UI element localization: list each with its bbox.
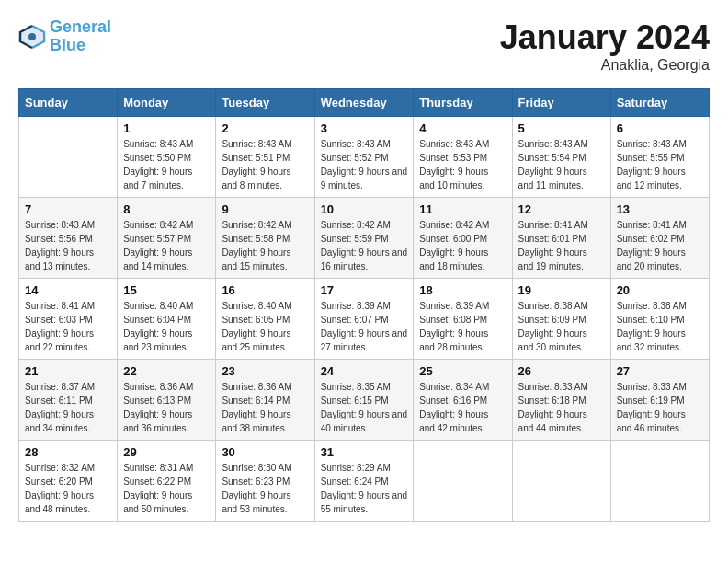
day-number: 8 — [123, 202, 210, 216]
day-number: 11 — [419, 202, 506, 216]
day-number: 5 — [518, 121, 605, 135]
day-number: 26 — [518, 364, 605, 378]
day-cell: 16 Sunrise: 8:40 AM Sunset: 6:05 PM Dayl… — [216, 279, 314, 360]
sunrise-text: Sunrise: 8:37 AM — [25, 380, 111, 394]
sunrise-text: Sunrise: 8:35 AM — [321, 380, 408, 394]
day-info: Sunrise: 8:40 AM Sunset: 6:04 PM Dayligh… — [123, 299, 210, 354]
sunrise-text: Sunrise: 8:41 AM — [617, 218, 703, 232]
sunset-text: Sunset: 6:23 PM — [222, 475, 308, 488]
sunset-text: Sunset: 6:10 PM — [617, 313, 703, 327]
page-header: General Blue January 2024 Anaklia, Georg… — [18, 18, 710, 74]
sunrise-text: Sunrise: 8:43 AM — [518, 137, 605, 151]
day-cell: 21 Sunrise: 8:37 AM Sunset: 6:11 PM Dayl… — [19, 360, 118, 441]
daylight-text: Daylight: 9 hours and 14 minutes. — [123, 246, 210, 273]
day-cell: 8 Sunrise: 8:42 AM Sunset: 5:57 PM Dayli… — [118, 198, 216, 279]
sunset-text: Sunset: 5:57 PM — [123, 232, 210, 246]
day-cell — [414, 441, 512, 522]
sunrise-text: Sunrise: 8:42 AM — [222, 218, 308, 232]
day-info: Sunrise: 8:42 AM Sunset: 5:58 PM Dayligh… — [222, 218, 308, 273]
day-cell — [610, 441, 709, 522]
sunrise-text: Sunrise: 8:33 AM — [617, 380, 703, 394]
day-number: 21 — [25, 364, 111, 378]
sunrise-text: Sunrise: 8:41 AM — [518, 218, 605, 232]
day-info: Sunrise: 8:43 AM Sunset: 5:56 PM Dayligh… — [25, 218, 111, 273]
sunrise-text: Sunrise: 8:39 AM — [419, 299, 506, 313]
day-info: Sunrise: 8:43 AM Sunset: 5:51 PM Dayligh… — [222, 137, 308, 192]
sunset-text: Sunset: 5:56 PM — [25, 232, 111, 246]
day-number: 23 — [222, 364, 308, 378]
day-info: Sunrise: 8:41 AM Sunset: 6:02 PM Dayligh… — [617, 218, 703, 273]
sunrise-text: Sunrise: 8:43 AM — [617, 137, 703, 151]
day-cell: 26 Sunrise: 8:33 AM Sunset: 6:18 PM Dayl… — [512, 360, 610, 441]
day-cell: 20 Sunrise: 8:38 AM Sunset: 6:10 PM Dayl… — [610, 279, 709, 360]
daylight-text: Daylight: 9 hours and 18 minutes. — [419, 246, 506, 273]
sunset-text: Sunset: 6:11 PM — [25, 394, 111, 408]
day-info: Sunrise: 8:34 AM Sunset: 6:16 PM Dayligh… — [419, 380, 506, 435]
daylight-text: Daylight: 9 hours and 16 minutes. — [321, 246, 408, 273]
day-number: 15 — [123, 283, 210, 297]
daylight-text: Daylight: 9 hours and 38 minutes. — [222, 408, 308, 435]
col-sunday: Sunday — [19, 89, 118, 117]
daylight-text: Daylight: 9 hours and 50 minutes. — [123, 488, 210, 516]
day-info: Sunrise: 8:36 AM Sunset: 6:13 PM Dayligh… — [123, 380, 210, 435]
sunrise-text: Sunrise: 8:36 AM — [123, 380, 210, 394]
sunset-text: Sunset: 5:53 PM — [419, 151, 506, 165]
daylight-text: Daylight: 9 hours and 10 minutes. — [419, 165, 506, 192]
col-thursday: Thursday — [414, 89, 512, 117]
day-info: Sunrise: 8:42 AM Sunset: 5:59 PM Dayligh… — [321, 218, 408, 273]
day-number: 7 — [25, 202, 111, 216]
sunset-text: Sunset: 6:16 PM — [419, 394, 506, 408]
sunset-text: Sunset: 6:02 PM — [617, 232, 703, 246]
sunrise-text: Sunrise: 8:43 AM — [419, 137, 506, 151]
sunrise-text: Sunrise: 8:36 AM — [222, 380, 308, 394]
daylight-text: Daylight: 9 hours and 48 minutes. — [25, 488, 111, 516]
sunset-text: Sunset: 5:51 PM — [222, 151, 308, 165]
sunrise-text: Sunrise: 8:41 AM — [25, 299, 111, 313]
day-cell: 15 Sunrise: 8:40 AM Sunset: 6:04 PM Dayl… — [118, 279, 216, 360]
logo-icon — [18, 23, 46, 51]
sunset-text: Sunset: 6:24 PM — [321, 475, 408, 488]
day-info: Sunrise: 8:43 AM Sunset: 5:54 PM Dayligh… — [518, 137, 605, 192]
day-number: 17 — [321, 283, 408, 297]
sunrise-text: Sunrise: 8:38 AM — [518, 299, 605, 313]
day-cell: 24 Sunrise: 8:35 AM Sunset: 6:15 PM Dayl… — [314, 360, 414, 441]
day-number: 10 — [321, 202, 408, 216]
day-cell: 23 Sunrise: 8:36 AM Sunset: 6:14 PM Dayl… — [216, 360, 314, 441]
daylight-text: Daylight: 9 hours and 53 minutes. — [222, 488, 308, 516]
day-info: Sunrise: 8:42 AM Sunset: 6:00 PM Dayligh… — [419, 218, 506, 273]
sunset-text: Sunset: 6:03 PM — [25, 313, 111, 327]
day-info: Sunrise: 8:30 AM Sunset: 6:23 PM Dayligh… — [222, 461, 308, 516]
day-number: 13 — [617, 202, 703, 216]
week-row-2: 14 Sunrise: 8:41 AM Sunset: 6:03 PM Dayl… — [19, 279, 710, 360]
day-number: 6 — [617, 121, 703, 135]
sunrise-text: Sunrise: 8:29 AM — [321, 461, 408, 475]
sunset-text: Sunset: 6:05 PM — [222, 313, 308, 327]
sunrise-text: Sunrise: 8:32 AM — [25, 461, 111, 475]
day-info: Sunrise: 8:43 AM Sunset: 5:52 PM Dayligh… — [321, 137, 408, 192]
sunrise-text: Sunrise: 8:43 AM — [321, 137, 408, 151]
sunset-text: Sunset: 6:01 PM — [518, 232, 605, 246]
daylight-text: Daylight: 9 hours and 23 minutes. — [123, 327, 210, 354]
title-block: January 2024 Anaklia, Georgia — [500, 18, 710, 74]
daylight-text: Daylight: 9 hours and 15 minutes. — [222, 246, 308, 273]
sunset-text: Sunset: 6:08 PM — [419, 313, 506, 327]
day-info: Sunrise: 8:38 AM Sunset: 6:09 PM Dayligh… — [518, 299, 605, 354]
col-saturday: Saturday — [610, 89, 709, 117]
sunset-text: Sunset: 5:54 PM — [518, 151, 605, 165]
daylight-text: Daylight: 9 hours and 20 minutes. — [617, 246, 703, 273]
sunset-text: Sunset: 6:13 PM — [123, 394, 210, 408]
day-number: 27 — [617, 364, 703, 378]
day-cell: 5 Sunrise: 8:43 AM Sunset: 5:54 PM Dayli… — [512, 117, 610, 198]
day-cell: 6 Sunrise: 8:43 AM Sunset: 5:55 PM Dayli… — [610, 117, 709, 198]
day-number: 3 — [321, 121, 408, 135]
sunrise-text: Sunrise: 8:39 AM — [321, 299, 408, 313]
sunset-text: Sunset: 6:04 PM — [123, 313, 210, 327]
day-info: Sunrise: 8:43 AM Sunset: 5:50 PM Dayligh… — [123, 137, 210, 192]
day-cell: 22 Sunrise: 8:36 AM Sunset: 6:13 PM Dayl… — [118, 360, 216, 441]
sunset-text: Sunset: 6:22 PM — [123, 475, 210, 488]
day-number: 31 — [321, 445, 408, 459]
day-cell: 12 Sunrise: 8:41 AM Sunset: 6:01 PM Dayl… — [512, 198, 610, 279]
sunset-text: Sunset: 5:55 PM — [617, 151, 703, 165]
day-info: Sunrise: 8:41 AM Sunset: 6:03 PM Dayligh… — [25, 299, 111, 354]
day-cell: 13 Sunrise: 8:41 AM Sunset: 6:02 PM Dayl… — [610, 198, 709, 279]
